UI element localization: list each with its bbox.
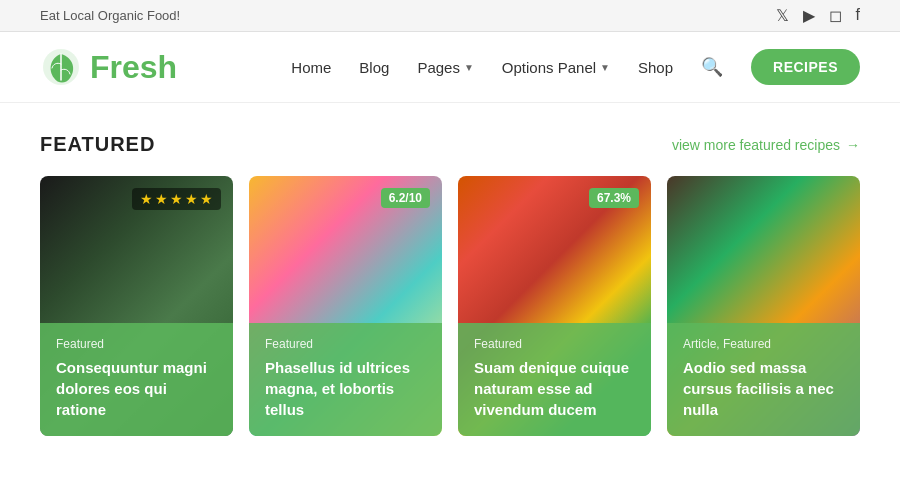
view-more-arrow: → xyxy=(846,137,860,153)
youtube-icon[interactable]: ▶ xyxy=(803,6,815,25)
featured-card-1[interactable]: ★ ★ ★ ★ ★ Featured Consequuntur magni do… xyxy=(40,176,233,436)
logo-text: Fresh xyxy=(90,49,177,86)
card-1-stars-badge: ★ ★ ★ ★ ★ xyxy=(132,188,221,210)
card-4-title: Aodio sed massa cursus facilisis a nec n… xyxy=(683,357,844,420)
featured-card-4[interactable]: Article, Featured Aodio sed massa cursus… xyxy=(667,176,860,436)
twitter-icon[interactable]: 𝕏 xyxy=(776,6,789,25)
nav-pages[interactable]: Pages ▼ xyxy=(417,59,473,76)
star-3: ★ xyxy=(170,191,183,207)
card-1-category: Featured xyxy=(56,337,217,351)
nav-options-panel[interactable]: Options Panel ▼ xyxy=(502,59,610,76)
social-icons: 𝕏 ▶ ◻ f xyxy=(776,6,860,25)
main-nav: Home Blog Pages ▼ Options Panel ▼ Shop 🔍… xyxy=(291,49,860,85)
view-more-label: view more featured recipes xyxy=(672,137,840,153)
featured-card-2[interactable]: 6.2/10 Featured Phasellus id ultrices ma… xyxy=(249,176,442,436)
card-1-title: Consequuntur magni dolores eos qui ratio… xyxy=(56,357,217,420)
top-bar: Eat Local Organic Food! 𝕏 ▶ ◻ f xyxy=(0,0,900,32)
card-2-title: Phasellus id ultrices magna, et lobortis… xyxy=(265,357,426,420)
main-content: FEATURED view more featured recipes → ★ … xyxy=(0,103,900,466)
logo-icon xyxy=(40,46,82,88)
nav-shop[interactable]: Shop xyxy=(638,59,673,76)
featured-title: FEATURED xyxy=(40,133,155,156)
card-1-overlay: Featured Consequuntur magni dolores eos … xyxy=(40,323,233,436)
card-4-category: Article, Featured xyxy=(683,337,844,351)
featured-header: FEATURED view more featured recipes → xyxy=(40,133,860,156)
instagram-icon[interactable]: ◻ xyxy=(829,6,842,25)
search-icon[interactable]: 🔍 xyxy=(701,56,723,78)
card-3-percent-badge: 67.3% xyxy=(589,188,639,208)
star-2: ★ xyxy=(155,191,168,207)
star-4: ★ xyxy=(185,191,198,207)
nav-home[interactable]: Home xyxy=(291,59,331,76)
featured-card-3[interactable]: 67.3% Featured Suam denique cuique natur… xyxy=(458,176,651,436)
options-chevron-icon: ▼ xyxy=(600,62,610,73)
facebook-icon[interactable]: f xyxy=(856,6,860,25)
featured-section: FEATURED view more featured recipes → ★ … xyxy=(40,133,860,436)
logo[interactable]: Fresh xyxy=(40,46,177,88)
recipes-button[interactable]: RECIPES xyxy=(751,49,860,85)
featured-cards-grid: ★ ★ ★ ★ ★ Featured Consequuntur magni do… xyxy=(40,176,860,436)
card-4-overlay: Article, Featured Aodio sed massa cursus… xyxy=(667,323,860,436)
header: Fresh Home Blog Pages ▼ Options Panel ▼ … xyxy=(0,32,900,103)
pages-chevron-icon: ▼ xyxy=(464,62,474,73)
star-5: ★ xyxy=(200,191,213,207)
card-2-category: Featured xyxy=(265,337,426,351)
view-more-featured-link[interactable]: view more featured recipes → xyxy=(672,137,860,153)
card-2-overlay: Featured Phasellus id ultrices magna, et… xyxy=(249,323,442,436)
card-3-title: Suam denique cuique naturam esse ad vive… xyxy=(474,357,635,420)
card-3-category: Featured xyxy=(474,337,635,351)
card-3-overlay: Featured Suam denique cuique naturam ess… xyxy=(458,323,651,436)
nav-blog[interactable]: Blog xyxy=(359,59,389,76)
card-2-score-badge: 6.2/10 xyxy=(381,188,430,208)
star-1: ★ xyxy=(140,191,153,207)
top-bar-text: Eat Local Organic Food! xyxy=(40,8,180,23)
